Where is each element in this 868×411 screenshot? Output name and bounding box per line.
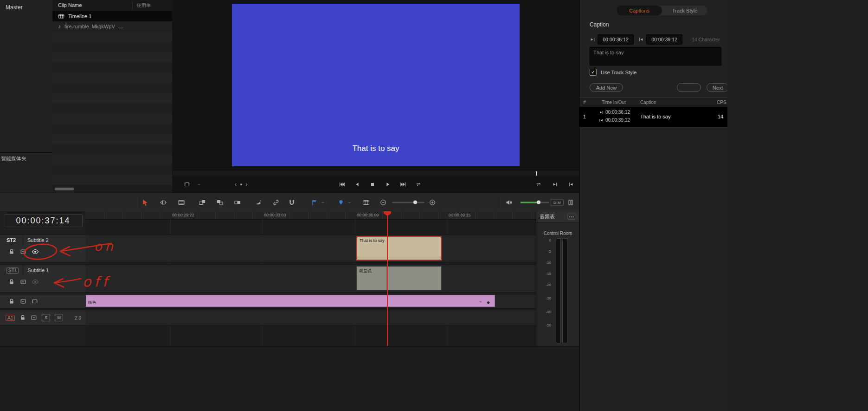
dim-button[interactable]: DIM <box>551 199 564 206</box>
overwrite-clip-button[interactable] <box>216 199 224 206</box>
track-a1-id[interactable]: A1 <box>6 315 15 321</box>
selection-tool-button[interactable] <box>141 199 149 206</box>
col-num[interactable]: # <box>583 100 586 105</box>
db-scale-mark: -20 <box>536 283 551 287</box>
marker-dropdown[interactable] <box>347 200 352 205</box>
monitor-volume-slider[interactable] <box>521 202 549 203</box>
caption-time-in-field[interactable] <box>598 34 634 45</box>
bin-master-label[interactable]: Master <box>6 4 23 11</box>
viewer-seekbar[interactable] <box>172 170 579 176</box>
zoom-slider-knob[interactable] <box>413 201 417 204</box>
timeline-body[interactable]: 00:00:29:22 00:00:33:03 00:00:36:09 00:0… <box>86 211 536 346</box>
track-header-subtitle2[interactable]: ST2 Subtitle 2 <box>0 235 86 262</box>
viewer-overlay-dropdown[interactable] <box>194 179 204 189</box>
smart-bin-label[interactable]: 智能媒体夹 <box>1 155 26 162</box>
clip-list-hscrollbar[interactable] <box>53 188 171 191</box>
timeline-timecode[interactable]: 00:00:37:14 <box>4 214 83 227</box>
dynamic-trim-button[interactable] <box>178 199 185 206</box>
caption-text-area[interactable]: That is to say <box>590 47 721 65</box>
go-to-first-frame-button[interactable] <box>566 179 576 189</box>
track-v1-lock-button[interactable] <box>8 298 15 305</box>
next-button[interactable]: Next <box>707 83 728 92</box>
tab-captions[interactable]: Captions <box>617 6 662 15</box>
track-header-subtitle1[interactable]: ST1 Subtitle 1 <box>0 265 86 293</box>
lock-icon <box>8 279 15 285</box>
monitor-volume-icon[interactable] <box>505 199 513 206</box>
use-track-style-checkbox[interactable]: ✓ <box>590 69 597 76</box>
stop-button[interactable] <box>368 179 377 189</box>
track-a1-solo-button[interactable]: S <box>42 314 50 321</box>
skip-to-start-button[interactable] <box>337 179 347 189</box>
seek-playhead-tick[interactable] <box>536 171 537 176</box>
audio-meter-button[interactable] <box>567 199 574 206</box>
track-st2-autoselect-button[interactable] <box>20 248 26 255</box>
track-st1-name[interactable]: Subtitle 1 <box>27 267 49 273</box>
link-clips-toggle[interactable] <box>272 199 280 206</box>
col-cps[interactable]: CPS <box>717 100 727 105</box>
use-track-style-row[interactable]: ✓ Use Track Style <box>590 69 637 76</box>
track-v1-autoselect-button[interactable] <box>20 298 26 305</box>
audio-meters-menu-button[interactable]: ••• <box>567 214 576 220</box>
volume-slider-knob[interactable] <box>537 201 540 204</box>
snap-toggle[interactable] <box>288 199 296 206</box>
col-time[interactable]: Time In/Out <box>602 100 626 105</box>
col-caption[interactable]: Caption <box>640 100 656 105</box>
lane-subtitle1[interactable] <box>86 265 536 293</box>
loop-range-button[interactable] <box>534 179 543 189</box>
audio-meters-panel: 音频表 ••• Control Room 0 -5 -10 -15 -20 -3… <box>536 211 579 346</box>
blade-razor-button[interactable] <box>255 199 263 206</box>
track-st1-visibility-button[interactable] <box>32 278 39 286</box>
clip-row-timeline[interactable]: Timeline 1 <box>52 11 172 21</box>
curve-icon[interactable]: ~ <box>479 300 482 305</box>
volume-slider-track[interactable] <box>521 202 549 203</box>
track-st2-lock-button[interactable] <box>8 248 15 255</box>
flag-button[interactable] <box>311 199 318 206</box>
lane-audio1[interactable] <box>86 310 536 326</box>
play-button[interactable] <box>383 179 392 189</box>
lane-subtitle2[interactable] <box>86 235 536 262</box>
clip-name-column-header[interactable]: Clip Name <box>58 2 82 8</box>
caption-table-row[interactable]: 1 00:00:36:12 00:00:39:12 That is to say… <box>579 107 728 127</box>
timeline-view-options-button[interactable] <box>362 199 370 206</box>
step-back-button[interactable] <box>353 179 362 189</box>
clip-row-audio[interactable]: ♪ fire-rumble_MkqkWpV_.... <box>52 21 172 32</box>
zoom-slider-track[interactable] <box>392 202 424 203</box>
track-a1-lock-button[interactable] <box>19 314 26 321</box>
subtitle-clip-st1[interactable]: 就是说 <box>356 266 442 290</box>
add-new-button[interactable]: Add New <box>590 83 623 92</box>
loop-playback-button[interactable] <box>414 179 423 189</box>
jog-control[interactable]: ‹●› <box>235 176 251 192</box>
track-v1-enable-button[interactable] <box>32 298 38 305</box>
zoom-in-button[interactable] <box>429 199 436 206</box>
control-room-label: Control Room <box>536 231 579 236</box>
skip-to-end-button[interactable] <box>399 179 408 189</box>
zoom-slider[interactable] <box>392 202 424 203</box>
bottom-empty-area <box>0 346 579 411</box>
track-st2-visibility-button[interactable] <box>32 248 39 255</box>
timeline-playhead[interactable] <box>387 211 388 346</box>
keyframe-diamond-icon[interactable]: ◆ <box>487 300 490 305</box>
track-a1-mute-button[interactable]: M <box>55 314 63 321</box>
track-st1-autoselect-button[interactable] <box>20 279 26 285</box>
track-st2-name[interactable]: Subtitle 2 <box>27 237 49 243</box>
usage-column-header[interactable]: 使用率 <box>137 2 151 9</box>
go-to-last-frame-button[interactable] <box>550 179 559 189</box>
tab-track-style[interactable]: Track Style <box>662 6 707 15</box>
prev-button[interactable] <box>677 83 701 92</box>
replace-clip-button[interactable] <box>234 199 241 206</box>
zoom-out-button[interactable] <box>380 199 386 206</box>
flag-dropdown[interactable] <box>321 200 325 205</box>
track-header-audio1[interactable]: A1 S M 2.0 <box>0 310 86 326</box>
track-a1-autoselect-button[interactable] <box>31 314 37 321</box>
caption-time-out-field[interactable] <box>646 34 682 45</box>
subtitle-clip-st2[interactable]: That is to say <box>356 236 442 261</box>
video-clip-solid-color[interactable]: 纯色 ~ ◆ <box>86 295 495 307</box>
scrollbar-thumb[interactable] <box>55 188 74 190</box>
trim-edit-mode-button[interactable] <box>160 199 167 206</box>
track-st1-lock-button[interactable] <box>8 279 15 285</box>
timeline-ruler[interactable]: 00:00:29:22 00:00:33:03 00:00:36:09 00:0… <box>86 211 536 220</box>
marker-button[interactable] <box>338 199 344 206</box>
viewer-overlay-mode-button[interactable] <box>182 179 192 189</box>
insert-clip-button[interactable] <box>199 199 206 206</box>
track-header-video1[interactable] <box>0 294 86 309</box>
